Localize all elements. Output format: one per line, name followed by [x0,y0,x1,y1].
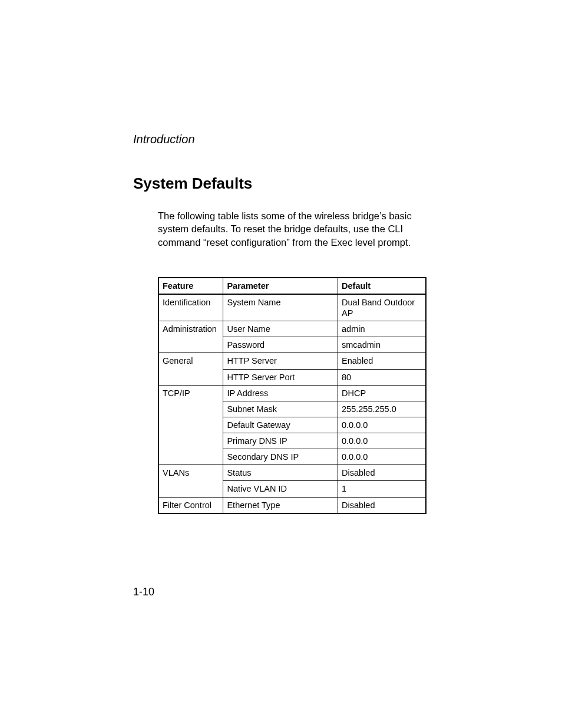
cell-feature: Administration [158,321,223,353]
cell-default: Disabled [338,465,426,481]
page-number: 1-10 [133,586,154,598]
cell-feature: VLANs [158,465,223,497]
cell-default: 1 [338,481,426,497]
cell-feature: TCP/IP [158,385,223,465]
cell-default: 80 [338,369,426,385]
col-header-parameter: Parameter [223,278,338,294]
cell-default: 0.0.0.0 [338,417,426,433]
table-row: Administration User Name admin [158,321,426,337]
section-title: System Defaults [133,174,425,193]
table-row: General HTTP Server Enabled [158,353,426,369]
cell-default: 0.0.0.0 [338,433,426,449]
table-row: Identification System Name Dual Band Out… [158,294,426,321]
cell-default: smcadmin [338,337,426,353]
cell-default: 0.0.0.0 [338,449,426,465]
col-header-default: Default [338,278,426,294]
cell-parameter: System Name [223,294,338,321]
cell-default: Enabled [338,353,426,369]
cell-parameter: Primary DNS IP [223,433,338,449]
cell-parameter: Password [223,337,338,353]
cell-feature: Filter Control [158,497,223,513]
col-header-feature: Feature [158,278,223,294]
cell-default: Dual Band Outdoor AP [338,294,426,321]
cell-parameter: Native VLAN ID [223,481,338,497]
cell-default: Disabled [338,497,426,513]
cell-feature: General [158,353,223,385]
cell-parameter: Subnet Mask [223,401,338,417]
cell-feature: Identification [158,294,223,321]
defaults-table: Feature Parameter Default Identification… [158,277,427,514]
cell-default: admin [338,321,426,337]
document-page: Introduction System Defaults The followi… [0,0,562,514]
table-row: VLANs Status Disabled [158,465,426,481]
cell-parameter: Status [223,465,338,481]
running-head: Introduction [133,133,425,146]
cell-parameter: Ethernet Type [223,497,338,513]
table-row: Filter Control Ethernet Type Disabled [158,497,426,513]
cell-parameter: HTTP Server Port [223,369,338,385]
cell-parameter: User Name [223,321,338,337]
cell-default: DHCP [338,385,426,401]
cell-parameter: HTTP Server [223,353,338,369]
cell-parameter: Default Gateway [223,417,338,433]
table-header-row: Feature Parameter Default [158,278,426,294]
cell-parameter: IP Address [223,385,338,401]
table-row: TCP/IP IP Address DHCP [158,385,426,401]
intro-paragraph: The following table lists some of the wi… [158,209,425,249]
cell-default: 255.255.255.0 [338,401,426,417]
cell-parameter: Secondary DNS IP [223,449,338,465]
